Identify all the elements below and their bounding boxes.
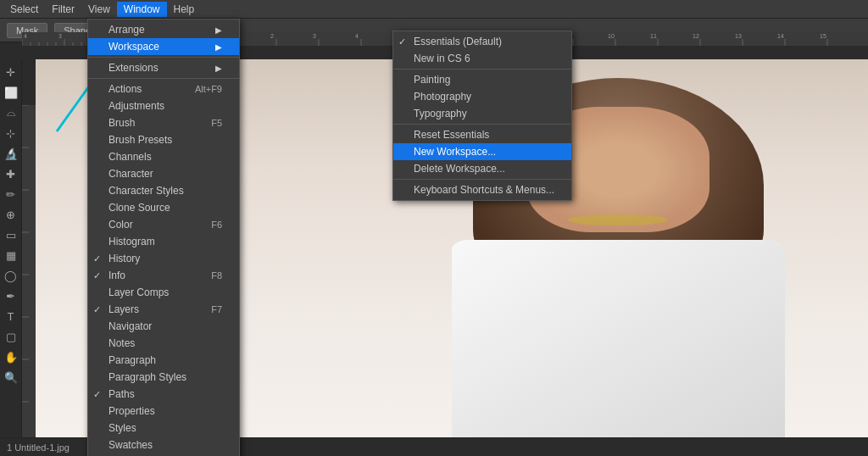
gradient-tool[interactable]: ▦: [2, 246, 20, 264]
menu-item-history-label: History: [108, 253, 140, 264]
svg-text:13: 13: [735, 33, 742, 39]
hand-tool[interactable]: ✋: [2, 348, 20, 366]
extensions-arrow-icon: ▶: [215, 64, 222, 73]
separator-2: [88, 78, 239, 79]
workspace-item-new[interactable]: New Workspace...: [393, 143, 571, 160]
menubar-view[interactable]: View: [81, 2, 117, 17]
menu-item-brush-presets[interactable]: Brush Presets: [88, 131, 239, 148]
workspace-item-new-cs6[interactable]: New in CS 6: [393, 50, 571, 67]
menu-item-history[interactable]: ✓ History: [88, 250, 239, 267]
toolbar: ✛ ⬜ ⌓ ⊹ 🔬 ✚ ✏ ⊕ ▭ ▦ ◯ ✒ T ▢ ✋ 🔍: [0, 59, 22, 437]
workspace-arrow-icon: ▶: [215, 42, 222, 52]
crop-tool[interactable]: ⊹: [2, 124, 20, 142]
menu-item-histogram[interactable]: Histogram: [88, 233, 239, 250]
menu-item-navigator[interactable]: Navigator: [88, 318, 239, 335]
marquee-tool[interactable]: ⬜: [2, 83, 20, 102]
svg-text:12: 12: [693, 33, 699, 39]
menu-item-brush[interactable]: Brush F5: [88, 114, 239, 131]
menu-item-styles-label: Styles: [108, 422, 136, 434]
menubar-select[interactable]: Select: [3, 2, 45, 17]
separator-1: [88, 57, 239, 58]
document-name: 1 Untitled-1.jpg: [7, 442, 70, 453]
menu-item-layers[interactable]: ✓ Layers F7: [88, 301, 239, 318]
menu-item-paths-label: Paths: [108, 388, 135, 400]
menu-item-swatches-label: Swatches: [108, 439, 153, 451]
text-tool[interactable]: T: [2, 307, 20, 325]
svg-text:3: 3: [58, 33, 62, 39]
menu-item-arrange[interactable]: Arrange ▶: [88, 21, 239, 38]
workspace-sep-3: [393, 179, 571, 180]
eyedropper-tool[interactable]: 🔬: [2, 144, 20, 163]
menubar-help[interactable]: Help: [167, 2, 202, 17]
menu-item-paragraph[interactable]: Paragraph: [88, 352, 239, 369]
menu-item-workspace[interactable]: Workspace ▶: [88, 38, 239, 55]
brush-tool[interactable]: ✏: [2, 185, 20, 203]
workspace-item-keyboard[interactable]: Keyboard Shortcuts & Menus...: [393, 181, 571, 198]
workspace-new-label: New Workspace...: [414, 146, 496, 158]
menu-item-actions[interactable]: Actions Alt+F9: [88, 81, 239, 97]
menu-item-paragraph-styles-label: Paragraph Styles: [108, 371, 186, 383]
menu-item-clone-source-label: Clone Source: [108, 202, 170, 214]
menu-item-extensions-label: Extensions: [108, 62, 159, 74]
svg-text:2: 2: [270, 33, 274, 39]
menu-item-actions-label: Actions: [108, 83, 142, 95]
layers-shortcut: F7: [211, 304, 222, 314]
shape-tool[interactable]: ▢: [2, 327, 20, 346]
workspace-item-delete[interactable]: Delete Workspace...: [393, 160, 571, 177]
clone-tool[interactable]: ⊕: [2, 205, 20, 224]
menu-item-properties[interactable]: Properties: [88, 403, 239, 420]
menubar-window[interactable]: Window: [117, 2, 167, 17]
menu-item-layer-comps-label: Layer Comps: [108, 286, 169, 298]
menu-item-styles[interactable]: Styles: [88, 420, 239, 437]
info-check-icon: ✓: [93, 270, 101, 281]
menu-item-channels[interactable]: Channels: [88, 148, 239, 165]
menubar: Select Filter View Window Help: [0, 0, 868, 19]
menu-item-paths[interactable]: ✓ Paths: [88, 386, 239, 403]
history-check-icon: ✓: [93, 253, 101, 264]
lasso-tool[interactable]: ⌓: [2, 103, 20, 122]
menu-item-arrange-label: Arrange: [108, 24, 145, 36]
menubar-filter[interactable]: Filter: [45, 2, 81, 17]
actions-shortcut: Alt+F9: [195, 84, 222, 94]
workspace-item-reset[interactable]: Reset Essentials: [393, 126, 571, 143]
menu-item-paragraph-label: Paragraph: [108, 354, 156, 366]
menu-item-character-styles[interactable]: Character Styles: [88, 182, 239, 199]
healing-tool[interactable]: ✚: [2, 164, 20, 183]
workspace-item-essentials[interactable]: ✓ Essentials (Default): [393, 33, 571, 50]
workspace-essentials-label: Essentials (Default): [414, 36, 502, 47]
essentials-check-icon: ✓: [398, 36, 406, 47]
svg-text:11: 11: [650, 33, 657, 39]
menu-item-color[interactable]: Color F6: [88, 216, 239, 233]
workspace-sep-1: [393, 69, 571, 70]
menu-item-swatches[interactable]: Swatches: [88, 437, 239, 453]
svg-text:14: 14: [777, 33, 784, 39]
paths-check-icon: ✓: [93, 389, 101, 400]
workspace-sep-2: [393, 124, 571, 125]
workspace-photography-label: Photography: [414, 91, 471, 103]
pen-tool[interactable]: ✒: [2, 286, 20, 305]
workspace-item-painting[interactable]: Painting: [393, 71, 571, 88]
dodge-tool[interactable]: ◯: [2, 266, 20, 285]
workspace-item-typography[interactable]: Typography: [393, 105, 571, 122]
menu-item-adjustments-label: Adjustments: [108, 100, 164, 112]
svg-text:4: 4: [24, 33, 27, 39]
menu-item-extensions[interactable]: Extensions ▶: [88, 59, 239, 76]
move-tool[interactable]: ✛: [2, 63, 20, 81]
menu-item-clone-source[interactable]: Clone Source: [88, 199, 239, 216]
menu-item-layer-comps[interactable]: Layer Comps: [88, 284, 239, 301]
menu-item-notes[interactable]: Notes: [88, 335, 239, 352]
zoom-tool[interactable]: 🔍: [2, 368, 20, 386]
menu-item-character[interactable]: Character: [88, 165, 239, 182]
menu-item-channels-label: Channels: [108, 151, 152, 163]
workspace-painting-label: Painting: [414, 74, 450, 86]
menu-item-adjustments[interactable]: Adjustments: [88, 97, 239, 114]
eraser-tool[interactable]: ▭: [2, 225, 20, 244]
menu-item-workspace-label: Workspace: [108, 41, 159, 53]
menu-item-notes-label: Notes: [108, 337, 135, 349]
info-shortcut: F8: [211, 270, 222, 281]
menu-item-paragraph-styles[interactable]: Paragraph Styles: [88, 369, 239, 386]
menu-item-properties-label: Properties: [108, 405, 155, 417]
menu-item-info[interactable]: ✓ Info F8: [88, 267, 239, 284]
svg-text:10: 10: [608, 33, 615, 39]
workspace-item-photography[interactable]: Photography: [393, 88, 571, 105]
